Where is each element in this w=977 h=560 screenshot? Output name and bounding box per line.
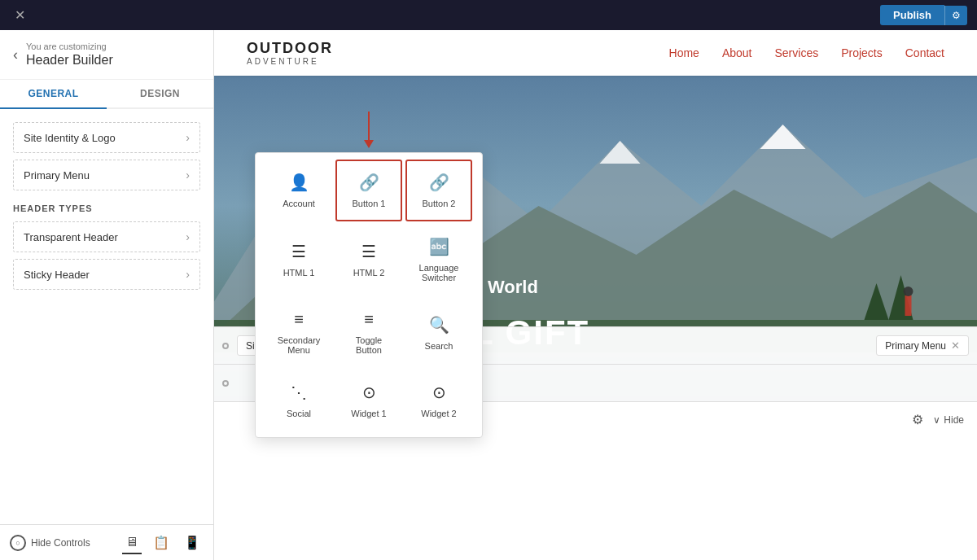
- popup-item-toggle-button[interactable]: ≡ Toggle Button: [335, 298, 402, 367]
- site-tagline: ADVENTURE: [247, 57, 333, 66]
- mobile-view-icon[interactable]: 📱: [181, 532, 204, 553]
- hide-button[interactable]: ∨ Hide: [933, 414, 964, 426]
- popup-item-account[interactable]: 👤 Account: [265, 160, 332, 221]
- site-name: OUTDOOR: [247, 40, 333, 57]
- popup-item-button1[interactable]: 🔗 Button 1: [335, 160, 402, 221]
- eye-icon: ○: [10, 535, 26, 551]
- toggle-icon: ≡: [364, 310, 374, 329]
- panel-title-area: You are customizing Header Builder: [26, 42, 113, 68]
- nav-links: Home About Services Projects Contact: [669, 46, 944, 59]
- nav-link-projects[interactable]: Projects: [841, 46, 883, 59]
- main-area: ‹ You are customizing Header Builder GEN…: [0, 30, 977, 560]
- popup-container: 👤 Account 🔗 Button 1 🔗 Button 2: [255, 152, 483, 438]
- site-logo-area: OUTDOOR ADVENTURE: [247, 40, 333, 66]
- popup-item-secondary-menu[interactable]: ≡ Secondary Menu: [265, 298, 332, 367]
- popup-item-widget1[interactable]: ⊙ Widget 1: [335, 370, 402, 431]
- left-panel: ‹ You are customizing Header Builder GEN…: [0, 30, 214, 560]
- html2-icon: ☰: [361, 242, 376, 261]
- chevron-icon: ∨: [933, 414, 940, 426]
- arrow-head: [364, 140, 374, 148]
- tab-general[interactable]: GENERAL: [0, 80, 107, 109]
- popup-item-language-switcher[interactable]: 🔤 Language Switcher: [405, 225, 472, 295]
- secondary-menu-icon: ≡: [294, 310, 304, 329]
- panel-header: ‹ You are customizing Header Builder: [0, 30, 213, 80]
- account-icon: 👤: [289, 173, 309, 192]
- chevron-right-icon: ›: [186, 230, 190, 243]
- chevron-right-icon: ›: [186, 268, 190, 281]
- tab-design[interactable]: DESIGN: [107, 80, 213, 109]
- button2-icon: 🔗: [429, 173, 449, 192]
- chevron-right-icon: ›: [186, 168, 190, 182]
- top-bar: ✕ Publish ⚙: [0, 0, 977, 30]
- panel-title: Header Builder: [26, 53, 113, 68]
- primary-menu-chip[interactable]: Primary Menu ✕: [876, 335, 969, 356]
- popup-item-button2[interactable]: 🔗 Button 2: [405, 160, 472, 221]
- builder-dot-2: [222, 380, 229, 387]
- svg-rect-12: [905, 295, 912, 316]
- language-icon: 🔤: [429, 237, 449, 256]
- popup-item-html2[interactable]: ☰ HTML 2: [335, 225, 402, 295]
- gear-button[interactable]: ⚙: [912, 412, 923, 427]
- html1-icon: ☰: [291, 242, 306, 261]
- menu-item-primary-menu[interactable]: Primary Menu ›: [13, 160, 200, 190]
- builder-dot-1: [222, 343, 229, 349]
- chip-close-primary-menu[interactable]: ✕: [951, 339, 960, 352]
- publish-settings-button[interactable]: ⚙: [944, 6, 967, 25]
- red-arrow: [364, 112, 374, 148]
- widget2-icon: ⊙: [432, 383, 446, 402]
- website-nav: OUTDOOR ADVENTURE Home About Services Pr…: [214, 30, 977, 76]
- panel-bottom-bar: ○ Hide Controls 🖥 📋 📱: [0, 524, 213, 560]
- back-button[interactable]: ‹: [13, 46, 18, 63]
- top-bar-left: ✕: [10, 6, 29, 25]
- svg-point-13: [904, 287, 913, 296]
- popup-item-widget2[interactable]: ⊙ Widget 2: [405, 370, 472, 431]
- chevron-right-icon: ›: [186, 131, 190, 144]
- hide-controls-button[interactable]: ○ Hide Controls: [10, 535, 90, 551]
- section-label-header-types: HEADER TYPES: [13, 203, 200, 213]
- popup-scroll[interactable]: 👤 Account 🔗 Button 1 🔗 Button 2: [256, 160, 482, 431]
- menu-item-sticky-header[interactable]: Sticky Header ›: [13, 259, 200, 290]
- popup: 👤 Account 🔗 Button 1 🔗 Button 2: [255, 152, 483, 438]
- nav-link-contact[interactable]: Contact: [905, 46, 944, 59]
- arrow-line: [368, 112, 370, 140]
- widget1-icon: ⊙: [362, 383, 376, 402]
- popup-item-social[interactable]: ⋱ Social: [265, 370, 332, 431]
- publish-area: Publish ⚙: [880, 5, 967, 25]
- button1-icon: 🔗: [359, 173, 379, 192]
- social-icon: ⋱: [291, 383, 307, 402]
- popup-item-search[interactable]: 🔍 Search: [405, 298, 472, 367]
- panel-subtitle: You are customizing: [26, 42, 113, 51]
- menu-item-site-identity[interactable]: Site Identity & Logo ›: [13, 122, 200, 153]
- popup-item-html1[interactable]: ☰ HTML 1: [265, 225, 332, 295]
- nav-link-home[interactable]: Home: [669, 46, 699, 59]
- publish-button[interactable]: Publish: [880, 5, 944, 25]
- nav-link-about[interactable]: About: [722, 46, 752, 59]
- panel-content: Site Identity & Logo › Primary Menu › HE…: [0, 109, 213, 524]
- nav-link-services[interactable]: Services: [774, 46, 818, 59]
- popup-grid: 👤 Account 🔗 Button 1 🔗 Button 2: [265, 160, 472, 431]
- tabs: GENERAL DESIGN: [0, 80, 213, 109]
- menu-item-transparent-header[interactable]: Transparent Header ›: [13, 221, 200, 252]
- close-button[interactable]: ✕: [10, 6, 29, 25]
- tablet-view-icon[interactable]: 📋: [150, 532, 173, 553]
- preview-area: OUTDOOR ADVENTURE Home About Services Pr…: [214, 30, 977, 560]
- search-icon: 🔍: [429, 315, 449, 335]
- view-icons: 🖥 📋 📱: [122, 532, 204, 554]
- desktop-view-icon[interactable]: 🖥: [122, 532, 142, 554]
